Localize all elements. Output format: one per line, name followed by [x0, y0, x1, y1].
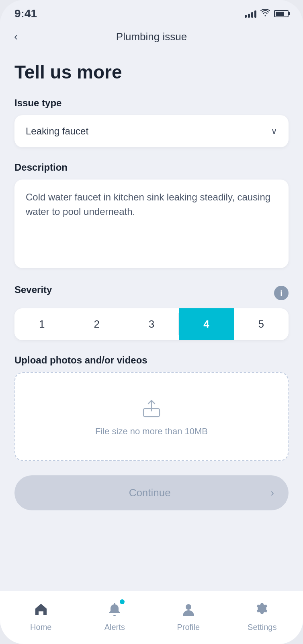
signal-icon	[245, 10, 256, 18]
wifi-icon	[260, 9, 270, 19]
severity-btn-4[interactable]: 4	[179, 308, 233, 340]
upload-file-size-note: File size no more than 10MB	[95, 426, 208, 437]
header: ‹ Plumbing issue	[0, 24, 303, 53]
description-input[interactable]: Cold water faucet in kitchen sink leakin…	[14, 180, 289, 268]
status-icons	[245, 9, 289, 19]
severity-header: Severity i	[14, 284, 289, 302]
nav-profile-label: Profile	[177, 623, 200, 632]
svg-point-1	[186, 604, 191, 610]
gear-icon	[254, 601, 270, 617]
upload-section: Upload photos and/or videos File size no…	[14, 355, 289, 461]
continue-arrow-icon: ›	[270, 487, 274, 499]
status-time: 9:41	[14, 7, 37, 20]
upload-icon-group: File size no more than 10MB	[95, 396, 208, 437]
content-area: Tell us more Issue type Leaking faucet ∨…	[0, 53, 303, 591]
page-title: Tell us more	[14, 61, 289, 83]
upload-box[interactable]: File size no more than 10MB	[14, 372, 289, 461]
battery-icon	[274, 10, 289, 17]
bottom-nav: Home Alerts Profile	[0, 591, 303, 644]
severity-btn-1[interactable]: 1	[14, 308, 69, 340]
header-title: Plumbing issue	[116, 31, 187, 43]
profile-icon-wrap	[178, 599, 199, 619]
continue-label: Continue	[129, 487, 171, 499]
home-icon-wrap	[31, 599, 51, 619]
alerts-icon-wrap	[104, 599, 125, 619]
chevron-down-icon: ∨	[271, 126, 277, 136]
nav-item-profile[interactable]: Profile	[152, 599, 225, 632]
phone-frame: 9:41 ‹ Plumbing issue	[0, 0, 303, 644]
nav-item-settings[interactable]: Settings	[225, 599, 299, 632]
alerts-notification-dot	[120, 599, 125, 604]
severity-label: Severity	[14, 284, 52, 295]
severity-btn-3[interactable]: 3	[124, 308, 179, 340]
alerts-icon	[106, 601, 123, 617]
continue-button[interactable]: Continue ›	[14, 475, 289, 510]
upload-icon	[139, 396, 164, 421]
issue-type-label: Issue type	[14, 97, 289, 109]
severity-btn-2[interactable]: 2	[69, 308, 124, 340]
status-bar: 9:41	[0, 0, 303, 24]
nav-item-alerts[interactable]: Alerts	[78, 599, 152, 632]
nav-alerts-label: Alerts	[104, 623, 125, 632]
nav-settings-label: Settings	[248, 623, 276, 632]
issue-type-value: Leaking faucet	[26, 126, 88, 137]
home-icon	[33, 601, 49, 617]
nav-home-label: Home	[30, 623, 51, 632]
severity-btn-5[interactable]: 5	[234, 308, 289, 340]
description-label: Description	[14, 162, 289, 173]
issue-type-dropdown[interactable]: Leaking faucet ∨	[14, 115, 289, 147]
info-icon[interactable]: i	[274, 286, 289, 300]
settings-icon-wrap	[252, 599, 272, 619]
upload-label: Upload photos and/or videos	[14, 355, 289, 366]
back-button[interactable]: ‹	[12, 28, 20, 45]
nav-item-home[interactable]: Home	[4, 599, 78, 632]
severity-selector: 1 2 3 4 5	[14, 308, 289, 340]
profile-icon	[180, 601, 197, 617]
